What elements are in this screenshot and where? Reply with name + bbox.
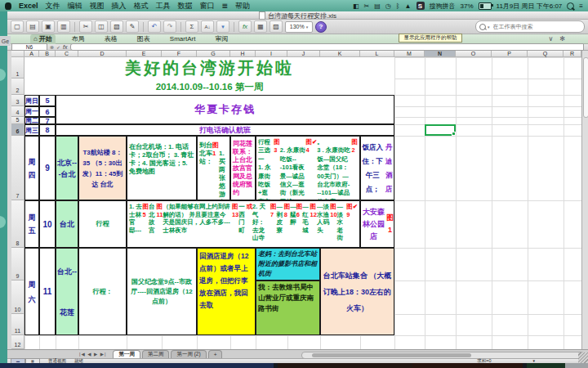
menu-item-window[interactable]: 窗口	[200, 1, 215, 11]
selected-cell-N6[interactable]	[425, 124, 456, 136]
enter-icon[interactable]: ✓	[56, 44, 60, 50]
sheet-subtitle-cell[interactable]: 2014.10.09--10.16 第一周	[24, 79, 394, 95]
new-workbook-icon[interactable]: ▢	[11, 20, 24, 33]
menu-item-edit[interactable]: 编辑	[68, 1, 82, 11]
copy-icon[interactable]: ◫	[95, 20, 108, 33]
applescript-icon[interactable]: 𝌆	[222, 2, 228, 10]
apple-menu-icon[interactable]	[5, 2, 11, 10]
menu-app-name[interactable]: Excel	[19, 2, 38, 10]
date-cell[interactable]: 9	[39, 136, 56, 200]
menu-item-format[interactable]: 格式	[134, 1, 149, 11]
my-plan-cell[interactable]: 我：去敦煌书局中山营业厅或重庆南路书街	[256, 280, 320, 335]
day-cell[interactable]: 周四	[24, 136, 39, 200]
evening-options-cell[interactable]: 行程三选一 1. 永康街吃饭+逛夜市—回饭店休息图3 2. 永康街吃饭---10…	[256, 136, 360, 200]
media-icon[interactable]: ▨	[270, 20, 283, 33]
column-header[interactable]: F	[162, 51, 197, 57]
day-plan-cell[interactable]: 1. 去士林官邸---图5台北故宫图11 （如果能够在网上约到讲解的话） 并且要…	[127, 200, 360, 248]
day-cell[interactable]: 周六	[24, 248, 39, 335]
wifi-icon[interactable]: ▲	[405, 2, 412, 10]
zoom-control[interactable]: 130% ▾	[285, 21, 313, 33]
cut-icon[interactable]: ✂	[79, 20, 92, 33]
column-header[interactable]: C	[56, 51, 78, 57]
date-cell[interactable]: 11	[39, 248, 56, 335]
redo-icon[interactable]: ↷	[163, 20, 176, 33]
paste-icon[interactable]: ▧	[110, 20, 123, 33]
row-header[interactable]: 2	[11, 79, 24, 95]
column-header[interactable]: B	[39, 51, 56, 57]
column-header[interactable]: M	[394, 51, 425, 57]
filter-icon[interactable]: ▼	[216, 20, 229, 33]
column-header[interactable]: K	[320, 51, 360, 57]
checkout-cell[interactable]: 回酒店退房（12点前）或者早上退房，但把行李放在酒店，我回去取	[197, 248, 256, 335]
menu-item-view[interactable]: 视图	[90, 1, 105, 11]
sogou-input-icon[interactable]: S	[416, 2, 425, 10]
resize-grip[interactable]	[578, 352, 588, 364]
mom-plan-cell[interactable]: 老妈：去到台北车站附近的摄影书店和相机街	[256, 248, 320, 280]
column-header-selected[interactable]: N	[425, 51, 456, 57]
window-menu-icon[interactable]: ▤	[374, 2, 381, 10]
flight-info-cell[interactable]: T3航站楼 8：35 （5：30出发）11：45到达 台北	[78, 136, 127, 200]
sogou-input-label[interactable]: 搜狗拼音	[430, 2, 456, 11]
save-icon[interactable]: ▣	[42, 20, 55, 33]
format-painter-icon[interactable]: ✎	[126, 20, 139, 33]
row-header-selected[interactable]: 6	[11, 124, 24, 136]
vertical-scrollbar[interactable]	[581, 51, 588, 349]
vertical-scrollbar-thumb[interactable]	[583, 57, 588, 118]
menu-item-file[interactable]: 文件	[46, 1, 60, 11]
column-header[interactable]: R	[564, 51, 581, 57]
formula-builder-icon[interactable]: fx	[238, 20, 252, 33]
date-cell[interactable]: 7	[39, 117, 56, 124]
hotel-cell[interactable]: 大安森林公园店 图1	[360, 200, 394, 248]
tab-smartart[interactable]: SmartArt	[167, 34, 199, 44]
row-header[interactable]: 12	[11, 335, 24, 349]
airport-tasks-cell[interactable]: 在台北机场：1. 电话卡；2取台币； 3. 青壮卡；4. 国光客运；5. 免费地…	[127, 136, 197, 200]
display-menu-icon[interactable]: ◧	[353, 2, 359, 10]
station-tasks-cell[interactable]: 到台北车站：图1 1. 买两张悠游卡 2. 取台铁票	[197, 136, 230, 200]
meetup-cell[interactable]: 台北车站集合 （大概订晚上18：30左右的火车）	[320, 248, 394, 335]
row-header[interactable]: 7	[11, 136, 24, 200]
search-input[interactable]	[492, 23, 581, 30]
undo-icon[interactable]: ↶	[148, 20, 161, 33]
name-box[interactable]: N6	[11, 43, 47, 51]
date-cell[interactable]: 5	[39, 95, 56, 106]
itinerary-label-cell[interactable]: 行程	[78, 200, 127, 248]
horizontal-scrollbar-thumb[interactable]	[312, 353, 471, 357]
menu-item-insert[interactable]: 插入	[112, 1, 127, 11]
search-box[interactable]: ▾	[475, 20, 585, 33]
flight-note-cell[interactable]: 打电话确认航班	[56, 124, 394, 136]
column-header[interactable]: A	[24, 51, 39, 57]
row-header[interactable]: 8	[11, 200, 24, 248]
date-cell[interactable]: 6	[39, 106, 56, 117]
itinerary-label-cell[interactable]: 行程：	[78, 248, 127, 335]
column-header[interactable]: H	[230, 51, 256, 57]
sheet-title-cell[interactable]: 美好的台湾游开始啦	[24, 57, 394, 79]
sort-icon[interactable]: A↓	[201, 20, 214, 33]
column-header[interactable]: Q	[528, 51, 564, 57]
day-cell[interactable]: 周二	[24, 117, 39, 124]
tab-layout[interactable]: 布局	[69, 34, 88, 44]
cancel-icon[interactable]: ⊗	[50, 44, 54, 50]
battery-icon[interactable]	[479, 2, 492, 10]
bank-note-cell[interactable]: 华夏卡存钱	[56, 95, 394, 124]
tab-review[interactable]: 审阅	[212, 34, 231, 44]
bluetooth-icon[interactable]: ᛒ	[396, 2, 400, 10]
formula-input[interactable]	[70, 43, 584, 51]
row-header[interactable]: 10	[11, 280, 24, 314]
day-cell[interactable]: 周五	[24, 200, 39, 248]
sheet-tab-week2[interactable]: 第二周	[142, 350, 170, 359]
tab-charts[interactable]: 图表	[134, 34, 154, 44]
hotel-cell[interactable]: 饭店入住：下午三点； 丹迪酒店	[360, 136, 394, 200]
collapse-ribbon-icon[interactable]: ∨	[548, 35, 553, 43]
menu-item-tools[interactable]: 工具	[156, 1, 171, 11]
menu-item-data[interactable]: 数据	[178, 1, 193, 11]
tab-tables[interactable]: 表格	[101, 34, 121, 44]
tab-home[interactable]: ⌂ 开始	[30, 34, 56, 44]
route-cell[interactable]: 北京-- -台北	[56, 136, 78, 200]
day-cell[interactable]: 周日	[24, 95, 39, 106]
row-header[interactable]: 11	[11, 314, 24, 335]
hualien-contact-cell[interactable]: 同花莲联系：上台北故宫官网及总统府预约	[230, 136, 256, 200]
sheet-tab-week1[interactable]: 第一周	[113, 350, 140, 359]
cut-menu-icon[interactable]: ✂	[364, 2, 370, 10]
print-icon[interactable]: ▥	[57, 20, 70, 33]
row-header[interactable]: 3	[11, 95, 24, 106]
